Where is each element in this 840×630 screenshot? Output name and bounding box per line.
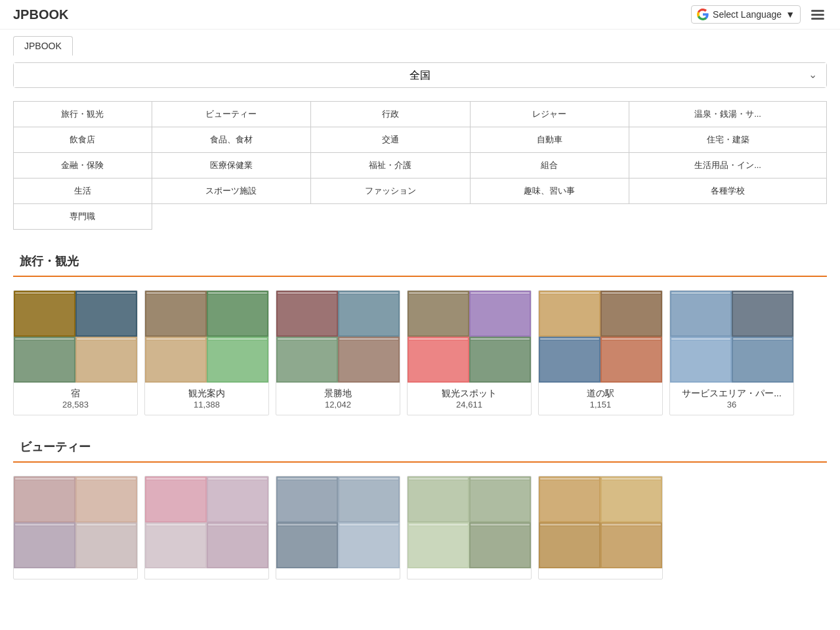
section-travel: 旅行・観光 宿28,583観光案内11,388景勝地12,042観光スポット24… — [13, 249, 827, 415]
thumb-quadrant — [408, 291, 469, 337]
category-card[interactable]: 宿28,583 — [13, 290, 138, 415]
card-name: 道の駅 — [544, 388, 657, 400]
thumb-quadrant — [276, 476, 338, 522]
section-divider — [13, 276, 827, 277]
category-cell[interactable]: 組合 — [470, 153, 629, 178]
category-cell[interactable]: スポーツ施設 — [152, 178, 310, 204]
site-logo: JPBOOK — [13, 7, 68, 22]
thumb-quadrant — [145, 337, 207, 383]
category-cell[interactable]: 行政 — [311, 102, 470, 127]
thumb-quadrant — [670, 291, 732, 337]
card-thumbnail — [14, 476, 137, 568]
thumb-quadrant — [469, 337, 531, 383]
category-cell[interactable]: 食品、食材 — [152, 127, 310, 153]
card-thumbnail — [276, 476, 400, 568]
category-card[interactable]: 景勝地12,042 — [276, 290, 400, 415]
category-cell[interactable]: 福祉・介護 — [311, 153, 470, 178]
thumb-quadrant — [75, 291, 137, 337]
category-cell[interactable]: 専門職 — [14, 204, 152, 230]
card-count: 24,611 — [413, 400, 526, 410]
list-view-icon[interactable] — [808, 7, 827, 22]
tab-bar: JPBOOK — [0, 30, 840, 56]
thumb-quadrant — [145, 476, 207, 522]
category-cell[interactable]: 自動車 — [470, 127, 629, 153]
region-selector-container[interactable]: 全国 — [13, 62, 827, 88]
thumb-quadrant — [539, 476, 600, 522]
card-thumbnail — [145, 291, 268, 383]
card-thumbnail — [670, 291, 793, 383]
category-card[interactable] — [144, 476, 269, 579]
category-card[interactable] — [276, 476, 400, 579]
thumb-quadrant — [338, 476, 400, 522]
category-cell[interactable]: 飲食店 — [14, 127, 152, 153]
thumb-quadrant — [539, 522, 600, 568]
thumb-quadrant — [14, 291, 75, 337]
category-card[interactable]: サービスエリア・パー...36 — [669, 290, 794, 415]
thumb-quadrant — [207, 291, 268, 337]
category-cell[interactable] — [311, 204, 470, 230]
category-cell[interactable]: 旅行・観光 — [14, 102, 152, 127]
thumb-quadrant — [732, 337, 793, 383]
thumb-quadrant — [338, 291, 400, 337]
category-cell[interactable]: 交通 — [311, 127, 470, 153]
category-cell[interactable]: 生活用品・イン... — [629, 153, 827, 178]
card-name: 宿 — [19, 388, 132, 400]
category-cell[interactable]: 金融・保険 — [14, 153, 152, 178]
card-count: 11,388 — [150, 400, 263, 410]
category-cell[interactable] — [629, 204, 827, 230]
category-grid: 旅行・観光ビューティー行政レジャー温泉・銭湯・サ...飲食店食品、食材交通自動車… — [13, 101, 827, 230]
thumb-quadrant — [75, 337, 137, 383]
card-count: 28,583 — [19, 400, 132, 410]
category-cell[interactable]: 各種学校 — [629, 178, 827, 204]
category-cell[interactable] — [152, 204, 310, 230]
card-thumbnail — [539, 291, 662, 383]
thumb-quadrant — [469, 522, 531, 568]
thumb-quadrant — [207, 522, 268, 568]
thumb-quadrant — [338, 337, 400, 383]
category-card[interactable] — [407, 476, 532, 579]
card-name: 観光案内 — [150, 388, 263, 400]
category-cell[interactable]: レジャー — [470, 102, 629, 127]
thumb-quadrant — [75, 476, 137, 522]
category-cell[interactable]: 医療保健業 — [152, 153, 310, 178]
thumb-quadrant — [408, 476, 469, 522]
thumb-quadrant — [145, 522, 207, 568]
category-cell[interactable]: 生活 — [14, 178, 152, 204]
category-cell[interactable]: 住宅・建築 — [629, 127, 827, 153]
region-select[interactable]: 全国 — [14, 63, 826, 87]
thumb-quadrant — [600, 337, 662, 383]
thumb-quadrant — [600, 476, 662, 522]
thumb-quadrant — [539, 291, 600, 337]
section-beauty: ビューティー — [13, 435, 827, 579]
thumb-quadrant — [145, 291, 207, 337]
section-divider-beauty — [13, 461, 827, 463]
category-cell[interactable]: ビューティー — [152, 102, 310, 127]
category-card[interactable] — [538, 476, 663, 579]
header: JPBOOK Select Language ▼ — [0, 0, 840, 30]
tab-jpbook[interactable]: JPBOOK — [13, 36, 73, 56]
thumb-quadrant — [732, 291, 793, 337]
thumb-quadrant — [276, 337, 338, 383]
category-card[interactable]: 道の駅1,151 — [538, 290, 663, 415]
language-selector[interactable]: Select Language ▼ — [691, 5, 801, 24]
section-title-beauty: ビューティー — [13, 435, 827, 461]
card-thumbnail — [276, 291, 400, 383]
category-card[interactable]: 観光スポット24,611 — [407, 290, 532, 415]
main-content: 全国 旅行・観光ビューティー行政レジャー温泉・銭湯・サ...飲食店食品、食材交通… — [0, 62, 840, 612]
beauty-card-grid — [13, 476, 827, 579]
category-cell[interactable]: ファッション — [311, 178, 470, 204]
thumb-quadrant — [14, 337, 75, 383]
google-icon — [697, 9, 709, 20]
category-cell[interactable] — [470, 204, 629, 230]
card-thumbnail — [408, 476, 531, 568]
category-cell[interactable]: 温泉・銭湯・サ... — [629, 102, 827, 127]
thumb-quadrant — [600, 291, 662, 337]
category-cell[interactable]: 趣味、習い事 — [470, 178, 629, 204]
category-card[interactable]: 観光案内11,388 — [144, 290, 269, 415]
card-count: 36 — [675, 400, 788, 410]
card-name: サービスエリア・パー... — [675, 388, 788, 400]
card-name: 景勝地 — [282, 388, 394, 400]
thumb-quadrant — [75, 522, 137, 568]
language-label: Select Language — [713, 9, 782, 20]
category-card[interactable] — [13, 476, 138, 579]
